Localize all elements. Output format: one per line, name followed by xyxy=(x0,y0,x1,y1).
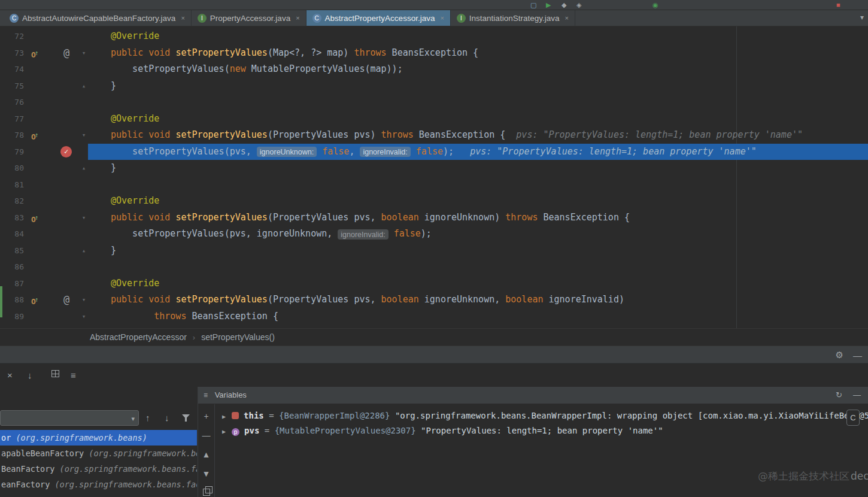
override-method-icon[interactable]: O↑ xyxy=(31,210,38,228)
list-icon: ≡ xyxy=(204,391,208,399)
chevron-down-icon: ▾ xyxy=(131,411,135,426)
code-line[interactable]: 75▴} xyxy=(0,78,868,95)
code-editor[interactable]: 72@Override73O↑@▾public void setProperty… xyxy=(0,26,868,328)
stack-frame-row[interactable]: eanFactory (org.springframework.beans.fa… xyxy=(0,477,197,492)
breakpoint-icon[interactable]: ✓ xyxy=(60,146,72,157)
code-line[interactable]: 87@Override xyxy=(0,275,868,292)
fold-icon[interactable]: ▴ xyxy=(79,243,89,259)
layout-icon[interactable]: ≡ xyxy=(71,370,76,380)
close-icon[interactable]: × xyxy=(296,14,299,22)
code-line[interactable]: 82@Override xyxy=(0,193,868,210)
hide-icon[interactable]: — xyxy=(853,350,862,360)
filter-icon[interactable] xyxy=(182,414,190,422)
variable-row[interactable]: ▶ppvs = {MutablePropertyValues@2307} "Pr… xyxy=(215,423,868,438)
run-icon[interactable]: ▶ xyxy=(546,1,551,9)
code-line[interactable]: 83O↑▾public void setPropertyValues(Prope… xyxy=(0,210,868,226)
tab-instantiationstrategy-java[interactable]: IInstantiationStrategy.java× xyxy=(451,10,575,26)
scroll-down-icon[interactable]: ▼ xyxy=(198,469,214,478)
minimize-icon[interactable]: — xyxy=(853,387,861,404)
fold-icon[interactable]: ▾ xyxy=(79,45,89,62)
frame-package: (org.springframework.beans) xyxy=(16,433,147,443)
override-method-icon[interactable]: O↑ xyxy=(31,292,38,310)
variable-value: "PropertyValues: length=1; bean property… xyxy=(421,426,663,435)
tab-propertyaccessor-java[interactable]: IPropertyAccessor.java× xyxy=(192,10,306,26)
fold-icon[interactable]: ▴ xyxy=(79,78,89,95)
code-line[interactable]: 80▴} xyxy=(0,160,868,177)
c-button[interactable]: C xyxy=(846,410,860,426)
code-text: setPropertyValues(pvs, ignoreUnknown: fa… xyxy=(111,144,757,161)
code-text: @Override xyxy=(111,193,159,210)
annotation-gutter-icon: @ xyxy=(59,292,74,308)
code-line[interactable]: 86 xyxy=(0,259,868,275)
fold-icon[interactable]: ▾ xyxy=(79,210,89,226)
coverage-icon[interactable]: ◈ xyxy=(576,1,581,9)
scroll-up-icon[interactable]: ▲ xyxy=(198,450,214,459)
breadcrumb-item[interactable]: setPropertyValues() xyxy=(201,332,275,342)
code-line[interactable]: 81 xyxy=(0,177,868,193)
interface-icon: I xyxy=(457,14,466,23)
code-line[interactable]: 74 setPropertyValues(new MutableProperty… xyxy=(0,61,868,78)
frames-panel: ▾ or (org.springframework.beans)apableBe… xyxy=(0,387,198,497)
line-number: 84 xyxy=(0,226,24,243)
tab-abstractautowirecapablebeanfactory-java[interactable]: CAbstractAutowireCapableBeanFactory.java… xyxy=(4,10,192,26)
fold-icon[interactable]: ▾ xyxy=(79,308,89,325)
close-icon[interactable]: × xyxy=(181,14,184,22)
watermark-text: @稀土掘金技术社区 xyxy=(758,470,849,482)
variable-reference: {MutablePropertyValues@2307} xyxy=(275,426,421,435)
code-line[interactable]: 77@Override xyxy=(0,111,868,128)
class-icon: C xyxy=(312,14,321,23)
code-line[interactable]: 88O↑@▾public void setPropertyValues(Prop… xyxy=(0,292,868,308)
expand-arrow-icon[interactable]: ▶ xyxy=(222,428,226,435)
tab-abstractpropertyaccessor-java[interactable]: CAbstractPropertyAccessor.java× xyxy=(306,10,451,26)
equals-sign: = xyxy=(264,411,279,420)
tabs-more-icon[interactable]: ▾ xyxy=(860,13,864,22)
profile-icon[interactable]: ◉ xyxy=(652,1,658,9)
code-line[interactable]: 89▾ throws BeansException { xyxy=(0,308,868,325)
breadcrumb-item[interactable]: AbstractPropertyAccessor xyxy=(90,332,187,342)
debug-icon[interactable]: ◆ xyxy=(562,1,566,9)
fold-icon[interactable]: ▴ xyxy=(79,160,89,177)
code-line[interactable]: 73O↑@▾public void setPropertyValues(Map<… xyxy=(0,45,868,62)
stack-frame-row[interactable]: BeanFactory (org.springframework.beans.f… xyxy=(0,461,197,477)
restore-icon[interactable]: ↻ xyxy=(836,387,842,404)
expand-arrow-icon[interactable]: ▶ xyxy=(222,413,226,420)
code-line[interactable]: 72@Override xyxy=(0,28,868,45)
watermark: @稀土掘金技术社区dec xyxy=(758,469,868,483)
up-frame-icon[interactable]: ↑ xyxy=(145,413,150,423)
frames-list: or (org.springframework.beans)apableBean… xyxy=(0,430,197,492)
thread-selector[interactable]: ▾ xyxy=(0,410,139,426)
close-icon[interactable]: × xyxy=(440,14,444,22)
code-line[interactable]: 78O↑▾public void setPropertyValues(Prope… xyxy=(0,127,868,144)
stack-frame-row[interactable]: apableBeanFactory (org.springframework.b… xyxy=(0,446,197,461)
debug-header-icons: ⚙— xyxy=(836,346,862,364)
code-text: setPropertyValues(pvs, ignoreUnknown, ig… xyxy=(111,226,432,243)
frame-method: BeanFactory xyxy=(1,464,60,474)
stop-icon[interactable]: ■ xyxy=(836,1,840,9)
grid-icon[interactable] xyxy=(51,370,59,377)
code-text: setPropertyValues(new MutablePropertyVal… xyxy=(111,61,403,78)
code-line[interactable]: 76 xyxy=(0,94,868,111)
close-icon[interactable]: × xyxy=(7,370,13,380)
add-icon[interactable]: + xyxy=(198,411,214,421)
code-line[interactable]: 85▴} xyxy=(0,243,868,259)
override-method-icon[interactable]: O↑ xyxy=(31,127,38,146)
window-icon[interactable]: ▢ xyxy=(530,1,536,9)
settings-gear-icon[interactable]: ⚙ xyxy=(836,350,843,360)
code-line[interactable]: 79✓ setPropertyValues(pvs, ignoreUnknown… xyxy=(0,144,868,160)
line-number: 77 xyxy=(0,111,24,128)
code-text: public void setPropertyValues(Map<?, ?> … xyxy=(111,45,478,62)
copy-icon[interactable] xyxy=(198,487,214,496)
step-icon[interactable]: ↓ xyxy=(28,370,32,380)
tab-label: AbstractPropertyAccessor.java xyxy=(325,14,435,23)
fold-icon[interactable]: ▾ xyxy=(79,127,89,144)
tab-bar: CAbstractAutowireCapableBeanFactory.java… xyxy=(0,10,868,26)
variable-row[interactable]: ▶this = {BeanWrapperImpl@2286} "org.spri… xyxy=(215,408,868,423)
remove-icon[interactable]: — xyxy=(198,431,214,440)
stack-frame-row[interactable]: or (org.springframework.beans) xyxy=(0,430,197,446)
code-line[interactable]: 84 setPropertyValues(pvs, ignoreUnknown,… xyxy=(0,226,868,243)
down-frame-icon[interactable]: ↓ xyxy=(165,413,169,423)
override-method-icon[interactable]: O↑ xyxy=(31,45,38,63)
close-icon[interactable]: × xyxy=(564,14,568,22)
topbar: ▢▶◆◈◉■ xyxy=(0,0,868,10)
fold-icon[interactable]: ▾ xyxy=(79,292,89,308)
